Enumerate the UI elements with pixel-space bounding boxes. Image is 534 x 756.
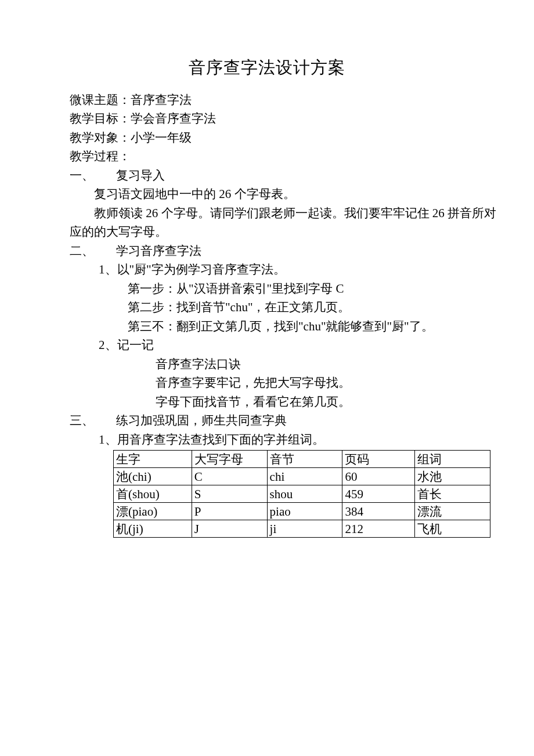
table-cell: P xyxy=(192,503,267,520)
section-2-step-3: 第三不：翻到正文第几页，找到"chu"就能够查到"厨"了。 xyxy=(70,318,464,336)
section-2-item-2: 2、记一记 xyxy=(70,336,464,355)
section-1-line-2: 教师领读 26 个字母。请同学们跟老师一起读。我们要牢牢记住 26 拼音所对 xyxy=(70,204,464,223)
section-1-title: 复习导入 xyxy=(116,168,165,182)
table-row: 机(ji) J ji 212 飞机 xyxy=(114,520,490,538)
section-2-item-2-line-1: 音序查字法口诀 xyxy=(70,355,464,374)
section-2-item-1-title: 以"厨"字为例学习音序查字法。 xyxy=(117,262,286,276)
section-2-item-1: 1、以"厨"字为例学习音序查字法。 xyxy=(70,261,464,279)
table-cell: 漂流 xyxy=(415,503,490,520)
meta-goal-value: 学会音序查字法 xyxy=(131,111,216,125)
table-header-row: 生字 大写字母 音节 页码 组词 xyxy=(114,451,490,468)
table-row: 首(shou) S shou 459 首长 xyxy=(114,485,490,503)
table-row: 池(chi) C chi 60 水池 xyxy=(114,468,490,485)
table-cell: 首长 xyxy=(415,485,490,503)
section-1-line-1: 复习语文园地中一中的 26 个字母表。 xyxy=(70,185,464,204)
section-3-header: 三、练习加强巩固，师生共同查字典 xyxy=(70,412,464,430)
meta-goal: 教学目标：学会音序查字法 xyxy=(70,110,464,128)
section-3-title: 练习加强巩固，师生共同查字典 xyxy=(116,413,287,427)
meta-topic-value: 音序查字法 xyxy=(131,93,192,107)
table-cell: J xyxy=(192,520,267,538)
section-1-header: 一、复习导入 xyxy=(70,167,464,185)
table-cell: piao xyxy=(267,503,342,520)
section-2-step-2: 第二步：找到音节"chu"，在正文第几页。 xyxy=(70,298,464,317)
table-header-cell: 组词 xyxy=(415,451,490,468)
section-2-item-2-line-3: 字母下面找音节，看看它在第几页。 xyxy=(70,393,464,412)
practice-table: 生字 大写字母 音节 页码 组词 池(chi) C chi 60 水池 首(sh… xyxy=(113,450,490,538)
table-cell: 漂(piao) xyxy=(114,503,192,520)
table-cell: 60 xyxy=(342,468,415,485)
section-2-title: 学习音序查字法 xyxy=(116,244,201,258)
table-cell: 飞机 xyxy=(415,520,490,538)
table-row: 漂(piao) P piao 384 漂流 xyxy=(114,503,490,520)
table-cell: chi xyxy=(267,468,342,485)
table-cell: 212 xyxy=(342,520,415,538)
section-3-item-1: 1、用音序查字法查找到下面的字并组词。 xyxy=(70,431,464,449)
table-cell: 459 xyxy=(342,485,415,503)
section-2-header: 二、学习音序查字法 xyxy=(70,242,464,261)
section-2-item-2-num: 2、 xyxy=(99,338,117,352)
table-cell: 池(chi) xyxy=(114,468,192,485)
table-header-cell: 生字 xyxy=(114,451,192,468)
table-cell: shou xyxy=(267,485,342,503)
section-1-line-3: 应的的大写字母。 xyxy=(70,223,464,242)
table-cell: C xyxy=(192,468,267,485)
section-2-step-1: 第一步：从"汉语拼音索引"里找到字母 C xyxy=(70,280,464,298)
meta-target-label: 教学对象： xyxy=(70,131,131,145)
meta-goal-label: 教学目标： xyxy=(70,111,131,125)
table-header-cell: 大写字母 xyxy=(192,451,267,468)
table-cell: ji xyxy=(267,520,342,538)
meta-target: 教学对象：小学一年级 xyxy=(70,129,464,147)
table-cell: 机(ji) xyxy=(114,520,192,538)
table-cell: 384 xyxy=(342,503,415,520)
meta-topic: 微课主题：音序查字法 xyxy=(70,91,464,110)
section-3-num: 三、 xyxy=(70,412,116,430)
meta-topic-label: 微课主题： xyxy=(70,93,131,107)
section-2-num: 二、 xyxy=(70,242,116,261)
meta-process: 教学过程： xyxy=(70,147,464,166)
document-title: 音序查字法设计方案 xyxy=(70,55,464,81)
section-1-num: 一、 xyxy=(70,167,116,185)
section-2-item-1-num: 1、 xyxy=(99,262,117,276)
table-cell: S xyxy=(192,485,267,503)
table-cell: 水池 xyxy=(415,468,490,485)
meta-target-value: 小学一年级 xyxy=(131,131,192,145)
table-cell: 首(shou) xyxy=(114,485,192,503)
table-header-cell: 音节 xyxy=(267,451,342,468)
section-2-item-2-title: 记一记 xyxy=(117,338,154,352)
table-header-cell: 页码 xyxy=(342,451,415,468)
section-2-item-2-line-2: 音序查字要牢记，先把大写字母找。 xyxy=(70,374,464,393)
